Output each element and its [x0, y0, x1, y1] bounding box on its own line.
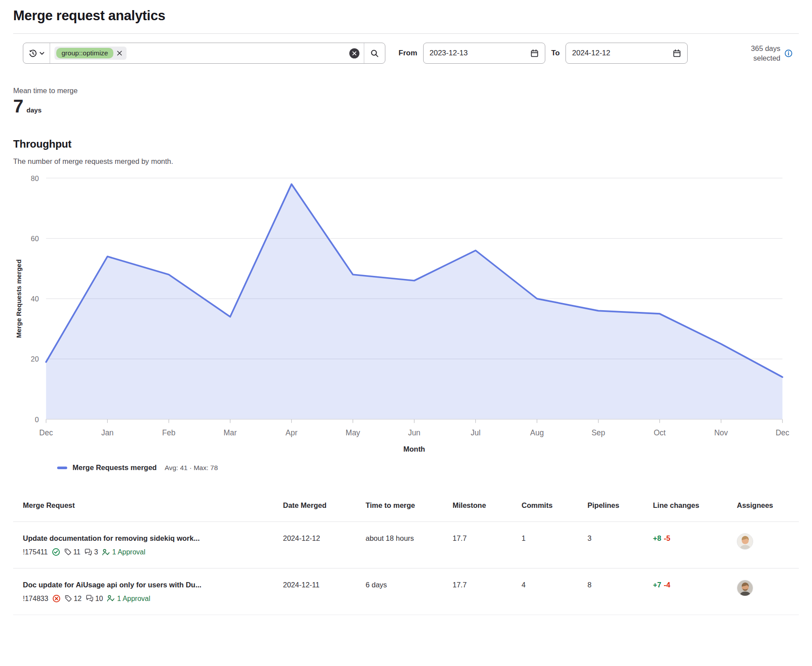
col-time-to-merge: Time to merge — [366, 496, 453, 522]
svg-text:40: 40 — [31, 295, 39, 303]
pipeline-success-icon[interactable] — [52, 548, 60, 556]
assignee-avatar[interactable] — [737, 580, 753, 596]
throughput-area-chart[interactable]: 020406080DecJanFebMarAprMayJunJulAugSepO… — [13, 172, 791, 461]
comments-count[interactable]: 3 — [84, 547, 98, 557]
svg-text:Aug: Aug — [530, 428, 544, 437]
additions: +8 — [653, 534, 661, 542]
from-date-value: 2023-12-13 — [430, 49, 468, 58]
svg-text:Dec: Dec — [39, 428, 53, 437]
col-line-changes: Line changes — [653, 496, 737, 522]
filtered-search-box[interactable]: group::optimize — [23, 43, 385, 64]
metric-value: 7 — [13, 96, 23, 117]
line-changes-cell: +7-4 — [653, 568, 737, 615]
table-header-row: Merge Request Date Merged Time to merge … — [13, 496, 799, 522]
filter-bar: group::optimize — [23, 43, 799, 64]
label-icon — [65, 595, 72, 602]
pipelines-cell: 3 — [587, 522, 653, 568]
filter-token: group::optimize — [54, 47, 127, 60]
line-changes-cell: +8-5 — [653, 522, 737, 568]
labels-count[interactable]: 11 — [64, 547, 81, 557]
col-date-merged: Date Merged — [283, 496, 366, 522]
to-label: To — [551, 49, 560, 58]
svg-text:20: 20 — [31, 355, 39, 363]
search-input[interactable]: group::optimize — [50, 43, 364, 63]
date-merged-cell: 2024-12-12 — [283, 522, 366, 568]
metric-label: Mean time to merge — [13, 87, 799, 95]
col-merge-request: Merge Request — [13, 496, 283, 522]
svg-text:May: May — [346, 428, 360, 437]
svg-text:Month: Month — [403, 445, 425, 453]
approval-icon — [107, 594, 115, 602]
to-date-value: 2024-12-12 — [572, 49, 610, 58]
chart-legend[interactable]: Merge Requests merged Avg: 41 · Max: 78 — [57, 463, 799, 472]
mr-title-link[interactable]: Update documentation for removing sideki… — [23, 533, 279, 543]
filter-token-label[interactable]: group::optimize — [56, 48, 113, 59]
history-icon — [29, 49, 37, 58]
col-commits: Commits — [522, 496, 587, 522]
calendar-icon[interactable] — [673, 49, 681, 58]
pipelines-cell: 8 — [587, 568, 653, 615]
col-pipelines: Pipelines — [587, 496, 653, 522]
from-label: From — [399, 49, 417, 58]
title-divider — [13, 33, 799, 34]
mr-title-link[interactable]: Doc update for AiUsage api only for user… — [23, 580, 279, 590]
table-row: Update documentation for removing sideki… — [13, 522, 799, 568]
svg-text:Dec: Dec — [776, 428, 789, 437]
table-row: Doc update for AiUsage api only for user… — [13, 568, 799, 615]
comments-count[interactable]: 10 — [86, 594, 103, 604]
calendar-icon[interactable] — [530, 49, 539, 58]
col-assignees: Assignees — [737, 496, 799, 522]
to-date-input[interactable]: 2024-12-12 — [566, 43, 688, 64]
svg-text:Feb: Feb — [162, 428, 175, 437]
throughput-chart: 020406080DecJanFebMarAprMayJunJulAugSepO… — [13, 172, 799, 472]
range-summary-text: 365 days selected — [731, 43, 780, 63]
additions: +7 — [653, 581, 661, 589]
token-remove-button[interactable] — [114, 50, 125, 57]
milestone-cell: 17.7 — [453, 522, 522, 568]
merge-requests-table: Merge Request Date Merged Time to merge … — [13, 496, 799, 615]
legend-swatch — [57, 467, 67, 469]
mr-id[interactable]: !175411 — [23, 547, 48, 557]
search-button[interactable] — [364, 43, 385, 63]
svg-text:Jun: Jun — [408, 428, 420, 437]
info-icon[interactable] — [784, 49, 793, 58]
from-date-input[interactable]: 2023-12-13 — [423, 43, 545, 64]
commits-cell: 4 — [522, 568, 587, 615]
svg-text:Sep: Sep — [591, 428, 605, 437]
clear-search-button[interactable] — [349, 48, 359, 58]
mr-id[interactable]: !174833 — [23, 594, 48, 604]
approval-icon — [102, 548, 110, 556]
label-icon — [64, 548, 72, 556]
svg-text:Merge Requests merged: Merge Requests merged — [15, 259, 22, 338]
deletions: -5 — [664, 534, 671, 542]
date-range-summary: 365 days selected — [731, 43, 793, 63]
col-milestone: Milestone — [453, 496, 522, 522]
pipeline-failed-icon[interactable] — [52, 594, 61, 603]
time-to-merge-cell: about 18 hours — [366, 522, 453, 568]
chevron-down-icon — [40, 51, 44, 55]
time-to-merge-cell: 6 days — [366, 568, 453, 615]
svg-text:Mar: Mar — [224, 428, 237, 437]
approvals[interactable]: 1 Approval — [107, 594, 150, 604]
search-icon — [370, 49, 379, 58]
svg-text:Jul: Jul — [471, 428, 480, 437]
svg-text:Apr: Apr — [286, 428, 297, 437]
labels-count[interactable]: 12 — [65, 594, 82, 604]
assignee-avatar[interactable] — [737, 533, 753, 550]
merge-request-analytics-page: Merge request analytics — [0, 0, 812, 615]
milestone-cell: 17.7 — [453, 568, 522, 615]
svg-text:0: 0 — [35, 416, 39, 423]
svg-text:Jan: Jan — [101, 428, 113, 437]
commits-cell: 1 — [522, 522, 587, 568]
search-history-button[interactable] — [23, 43, 50, 63]
svg-text:Nov: Nov — [714, 428, 728, 437]
legend-series-label: Merge Requests merged — [72, 463, 157, 472]
date-merged-cell: 2024-12-11 — [283, 568, 366, 615]
mean-time-to-merge-metric: Mean time to merge 7 days — [13, 87, 799, 117]
throughput-description: The number of merge requests merged by m… — [13, 157, 799, 166]
deletions: -4 — [664, 581, 671, 589]
legend-stats: Avg: 41 · Max: 78 — [165, 464, 218, 472]
approvals[interactable]: 1 Approval — [102, 547, 145, 557]
svg-text:Oct: Oct — [654, 428, 666, 437]
metric-unit: days — [26, 106, 41, 114]
